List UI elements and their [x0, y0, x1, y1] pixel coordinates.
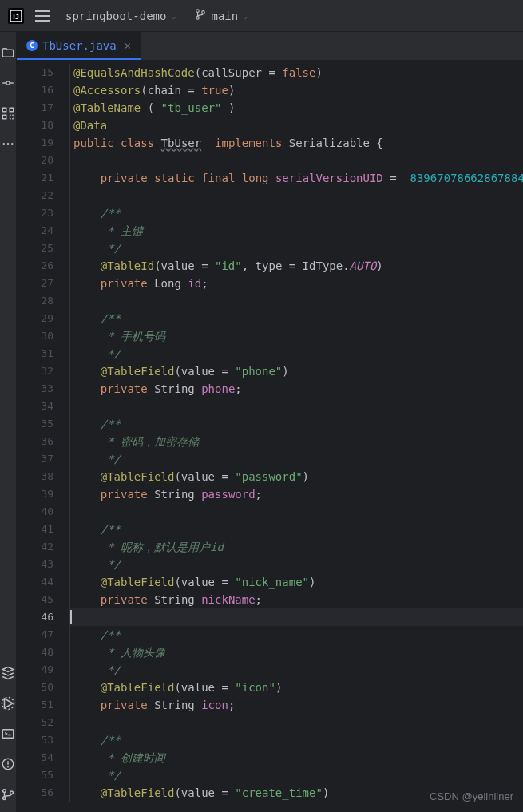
- code-line[interactable]: private static final long serialVersionU…: [69, 169, 523, 187]
- svg-rect-18: [2, 730, 14, 739]
- code-line[interactable]: private String icon;: [69, 696, 523, 714]
- problems-tool-icon[interactable]: [0, 756, 16, 772]
- code-line[interactable]: /**: [69, 731, 523, 749]
- commit-tool-icon[interactable]: [0, 75, 16, 91]
- svg-marker-16: [5, 699, 14, 708]
- code-line[interactable]: [69, 714, 523, 731]
- database-tool-icon[interactable]: [0, 665, 16, 681]
- svg-rect-11: [2, 115, 6, 119]
- chevron-down-icon: ⌄: [171, 11, 176, 20]
- code-line[interactable]: @TableId(value = "id", type = IdType.AUT…: [69, 257, 523, 275]
- code-line[interactable]: @Data: [69, 117, 523, 134]
- code-line[interactable]: * 创建时间: [69, 749, 523, 766]
- code-line[interactable]: /**: [69, 204, 523, 222]
- code-line[interactable]: */: [69, 345, 523, 362]
- svg-point-22: [3, 790, 6, 793]
- project-tool-icon[interactable]: [0, 45, 16, 61]
- code-line[interactable]: private String phone;: [69, 380, 523, 398]
- code-line[interactable]: */: [69, 450, 523, 468]
- code-line[interactable]: @Accessors(chain = true): [69, 81, 523, 99]
- svg-point-24: [10, 791, 14, 794]
- more-tool-icon[interactable]: [0, 136, 16, 152]
- svg-rect-9: [2, 108, 6, 112]
- svg-point-4: [196, 17, 200, 20]
- code-line[interactable]: * 人物头像: [69, 644, 523, 661]
- svg-point-14: [7, 143, 9, 145]
- code-line[interactable]: [69, 398, 523, 415]
- code-line[interactable]: * 手机号码: [69, 327, 523, 345]
- svg-point-5: [202, 11, 205, 14]
- line-number-gutter: 1516171819202122232425262728293031323334…: [17, 61, 65, 812]
- chevron-down-icon: ⌄: [243, 11, 248, 20]
- code-line[interactable]: [69, 152, 523, 169]
- app-logo-icon[interactable]: IJ: [6, 6, 26, 26]
- svg-point-6: [6, 81, 10, 85]
- code-line[interactable]: */: [69, 556, 523, 573]
- svg-rect-10: [10, 108, 14, 112]
- tab-tbuser-java[interactable]: C TbUser.java ×: [17, 32, 141, 60]
- vcs-tool-icon[interactable]: [0, 786, 16, 802]
- code-line[interactable]: @TableField(value = "nick_name"): [69, 573, 523, 591]
- tab-filename: TbUser.java: [42, 39, 117, 52]
- svg-point-21: [8, 766, 9, 767]
- code-line[interactable]: /**: [69, 521, 523, 538]
- code-line[interactable]: * 主键: [69, 222, 523, 240]
- code-line[interactable]: * 昵称，默认是用户id: [69, 538, 523, 556]
- branch-icon: [195, 9, 206, 22]
- code-line[interactable]: [69, 187, 523, 204]
- svg-rect-12: [10, 115, 14, 119]
- code-line[interactable]: @EqualsAndHashCode(callSuper = false): [69, 64, 523, 81]
- code-line[interactable]: private String nickName;: [69, 591, 523, 608]
- editor: C TbUser.java × 151617181920212223242526…: [17, 32, 523, 812]
- svg-point-13: [3, 143, 5, 145]
- code-line[interactable]: /**: [69, 626, 523, 644]
- code-line[interactable]: private Long id;: [69, 275, 523, 292]
- class-file-icon: C: [26, 40, 38, 51]
- code-line[interactable]: [69, 503, 523, 521]
- code-line[interactable]: */: [69, 240, 523, 257]
- svg-point-15: [11, 143, 13, 145]
- editor-tabs: C TbUser.java ×: [17, 32, 523, 61]
- code-area[interactable]: 1516171819202122232425262728293031323334…: [17, 61, 523, 812]
- close-icon[interactable]: ×: [125, 39, 131, 52]
- code-line[interactable]: [69, 608, 523, 626]
- code-line[interactable]: * 密码，加密存储: [69, 433, 523, 450]
- code-line[interactable]: */: [69, 766, 523, 784]
- services-tool-icon[interactable]: [0, 695, 16, 711]
- main-menu-icon[interactable]: [35, 10, 50, 22]
- code-line[interactable]: [69, 292, 523, 310]
- code-line[interactable]: /**: [69, 310, 523, 327]
- code-line[interactable]: @TableField(value = "phone"): [69, 362, 523, 380]
- svg-point-3: [196, 10, 200, 13]
- branch-dropdown[interactable]: main: [211, 10, 238, 22]
- title-bar: IJ springboot-demo ⌄ main ⌄: [0, 0, 523, 32]
- code-line[interactable]: @TableField(value = "password"): [69, 468, 523, 485]
- code-line[interactable]: @TableName ( "tb_user" ): [69, 99, 523, 117]
- code-line[interactable]: public class TbUser implements Serializa…: [69, 134, 523, 152]
- left-toolbar: [0, 32, 17, 812]
- code-content[interactable]: @EqualsAndHashCode(callSuper = false)@Ac…: [65, 61, 523, 812]
- code-line[interactable]: */: [69, 661, 523, 679]
- code-line[interactable]: /**: [69, 415, 523, 433]
- structure-tool-icon[interactable]: [0, 105, 16, 121]
- project-dropdown[interactable]: springboot-demo: [65, 10, 166, 22]
- watermark-text: CSDN @yelinliner: [430, 790, 513, 802]
- terminal-tool-icon[interactable]: [0, 726, 16, 742]
- code-line[interactable]: private String password;: [69, 485, 523, 503]
- svg-text:IJ: IJ: [13, 13, 19, 21]
- code-line[interactable]: @TableField(value = "icon"): [69, 679, 523, 696]
